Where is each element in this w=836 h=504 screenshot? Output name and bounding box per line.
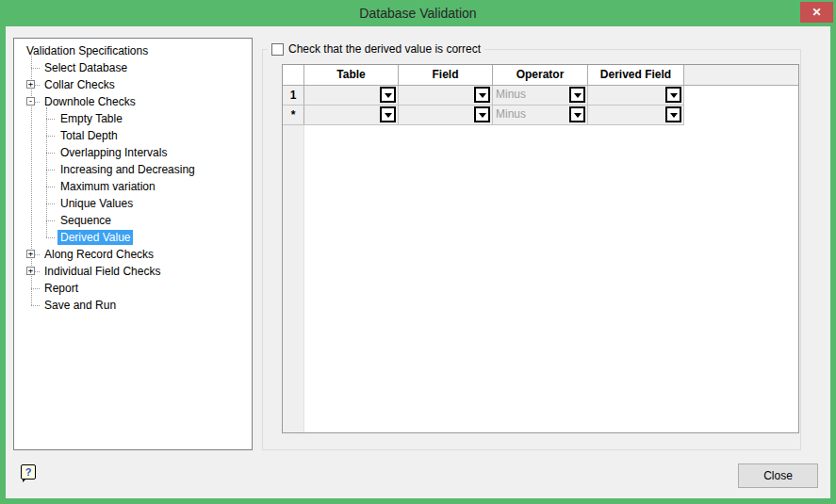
chevron-down-icon [385,93,392,98]
grid-column-header-field[interactable]: Field [399,65,493,86]
tree-item-total-depth[interactable]: Total Depth [57,127,121,144]
grid-cell-table-row-new[interactable] [304,106,399,125]
dropdown-button[interactable] [665,87,681,103]
tree-line [46,170,55,171]
tree-item-label: Validation Specifications [24,43,151,58]
grid-cell-table-row-1[interactable] [304,86,399,106]
expand-icon-along-record-checks[interactable]: + [26,250,35,258]
derived-value-caption: Check that the derived value is correct [268,41,484,57]
tree-item-empty-table[interactable]: Empty Table [57,110,125,127]
help-icon[interactable]: ? [21,464,36,480]
tree-item-label: Save and Run [41,298,119,313]
chevron-down-icon [574,93,582,98]
tree-item-derived-value[interactable]: Derived Value [57,229,133,246]
chevron-down-icon [670,93,678,98]
tree-item-label: Report [41,281,81,296]
tree-item-label: Empty Table [57,111,125,126]
close-window-button[interactable]: ✕ [800,2,833,23]
grid-row-header[interactable]: 1 [283,86,304,106]
tree-item-increasing-and-decreasing[interactable]: Increasing and Decreasing [57,161,198,178]
dropdown-button[interactable] [380,106,396,122]
dialog-title: Database Validation [0,0,836,26]
tree-item-validation-specifications[interactable]: Validation Specifications [24,42,151,59]
chevron-down-icon [479,93,486,98]
help-question-glyph: ? [25,466,32,478]
grid-cell-operator-row-new[interactable]: Minus [493,106,588,125]
grid-cell-operator-row-1[interactable]: Minus [493,86,588,106]
tree-item-label: Along Record Checks [41,247,156,262]
validation-tree-panel: Validation SpecificationsSelect Database… [13,38,253,450]
dropdown-button[interactable] [569,106,585,122]
tree-item-label: Unique Values [57,196,136,211]
tree-item-unique-values[interactable]: Unique Values [57,195,136,212]
derived-value-checkbox-label: Check that the derived value is correct [288,42,481,56]
grid-row-*: *Minus [283,106,798,125]
grid-corner-cell [283,65,304,86]
tree-line [46,107,47,237]
tree-line [46,153,55,154]
grid-header-filler [684,65,798,86]
tree-line [46,119,55,120]
tree-item-overlapping-intervals[interactable]: Overlapping Intervals [57,144,170,161]
tree-item-along-record-checks[interactable]: Along Record Checks [41,246,156,263]
tree-item-label: Total Depth [57,128,121,143]
dropdown-button[interactable] [380,87,396,103]
tree-item-label: Sequence [57,213,114,228]
tree-line [46,220,55,221]
tree-item-label: Collar Checks [41,77,118,92]
grid-cell-field-row-new[interactable] [399,106,493,125]
tree-item-individual-field-checks[interactable]: Individual Field Checks [41,263,163,280]
tree-item-collar-checks[interactable]: Collar Checks [41,76,118,93]
tree-item-select-database[interactable]: Select Database [41,59,130,76]
derived-value-checkbox[interactable] [271,43,284,56]
grid-column-header-operator[interactable]: Operator [493,65,588,86]
cell-value: Minus [496,86,526,104]
grid-row-1: 1Minus [283,86,798,106]
tree-item-maximum-variation[interactable]: Maximum variation [57,178,158,195]
grid-cell-field-row-1[interactable] [399,86,493,106]
chevron-down-icon [574,113,582,118]
expand-icon-collar-checks[interactable]: + [26,80,35,89]
tree-item-label: Increasing and Decreasing [57,162,198,177]
tree-line [31,68,40,69]
tree-line [46,187,55,187]
chevron-down-icon [385,113,392,118]
tree-item-label: Select Database [41,60,130,75]
dropdown-button[interactable] [665,106,681,122]
derived-value-grid: TableFieldOperatorDerived Field1Minus*Mi… [282,64,799,433]
tree-line [31,305,40,306]
tree-item-label: Derived Value [57,230,133,245]
dialog-client-area: Validation SpecificationsSelect Database… [6,26,830,498]
grid-column-header-table[interactable]: Table [304,65,399,86]
chevron-down-icon [479,113,486,118]
dropdown-button[interactable] [474,106,490,122]
tree-line [46,237,55,238]
tree-item-label: Individual Field Checks [41,264,163,279]
tree-item-report[interactable]: Report [41,280,81,297]
tree-line [46,136,55,137]
titlebar: Database Validation ✕ [0,0,836,26]
grid-row-header-strip [283,125,304,432]
grid-column-header-derived-field[interactable]: Derived Field [588,65,684,86]
dialog-window: Database Validation ✕ Validation Specifi… [0,0,836,504]
cell-value: Minus [496,106,526,123]
dropdown-button[interactable] [474,87,490,103]
tree-line [46,203,55,204]
grid-header-row: TableFieldOperatorDerived Field [283,65,798,86]
tree-item-label: Downhole Checks [41,94,139,109]
close-icon: ✕ [811,6,821,19]
dropdown-button[interactable] [569,87,585,103]
tree-item-sequence[interactable]: Sequence [57,212,114,229]
tree-item-label: Maximum variation [57,179,158,194]
expand-icon-individual-field-checks[interactable]: + [26,267,35,275]
tree-line [31,288,40,289]
tree-item-save-and-run[interactable]: Save and Run [41,297,119,314]
tree-item-downhole-checks[interactable]: Downhole Checks [41,93,139,110]
tree-item-label: Overlapping Intervals [57,145,170,160]
chevron-down-icon [670,113,678,118]
collapse-icon-downhole-checks[interactable]: - [26,97,35,106]
grid-cell-derived-field-row-1[interactable] [588,86,684,106]
grid-cell-derived-field-row-new[interactable] [588,106,684,125]
close-button[interactable]: Close [738,463,818,488]
grid-row-header[interactable]: * [283,106,304,125]
